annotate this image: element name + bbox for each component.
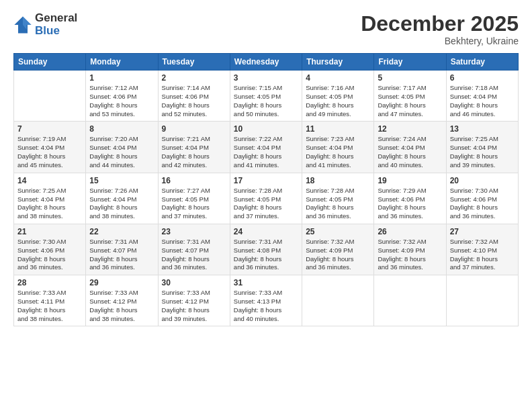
day-number: 8 xyxy=(89,124,154,134)
day-number: 25 xyxy=(306,227,370,236)
calendar-cell: 12Sunrise: 7:24 AMSunset: 4:04 PMDayligh… xyxy=(374,122,446,173)
location: Bekhtery, Ukraine xyxy=(361,36,519,46)
day-info: Sunrise: 7:17 AMSunset: 4:05 PMDaylight:… xyxy=(378,84,442,118)
logo-icon xyxy=(13,15,32,34)
col-monday: Monday xyxy=(86,54,158,71)
day-info: Sunrise: 7:27 AMSunset: 4:05 PMDaylight:… xyxy=(162,187,226,221)
col-thursday: Thursday xyxy=(302,54,374,71)
day-number: 3 xyxy=(234,73,298,83)
title-block: December 2025 Bekhtery, Ukraine xyxy=(361,12,519,46)
calendar-cell: 16Sunrise: 7:27 AMSunset: 4:05 PMDayligh… xyxy=(158,173,230,224)
day-number: 7 xyxy=(17,124,82,134)
page: General Blue December 2025 Bekhtery, Ukr… xyxy=(0,0,532,411)
month-title: December 2025 xyxy=(361,12,519,36)
calendar-cell: 23Sunrise: 7:31 AMSunset: 4:07 PMDayligh… xyxy=(158,224,230,275)
day-number: 30 xyxy=(162,278,226,287)
calendar-cell: 13Sunrise: 7:25 AMSunset: 4:04 PMDayligh… xyxy=(446,122,518,173)
col-wednesday: Wednesday xyxy=(230,54,302,71)
day-number: 16 xyxy=(162,176,226,185)
calendar-cell: 8Sunrise: 7:20 AMSunset: 4:04 PMDaylight… xyxy=(86,122,158,173)
day-info: Sunrise: 7:32 AMSunset: 4:10 PMDaylight:… xyxy=(450,238,515,272)
calendar-table: Sunday Monday Tuesday Wednesday Thursday… xyxy=(13,53,519,326)
day-number: 26 xyxy=(378,227,442,236)
col-tuesday: Tuesday xyxy=(158,54,230,71)
day-info: Sunrise: 7:28 AMSunset: 4:05 PMDaylight:… xyxy=(234,187,298,221)
header: General Blue December 2025 Bekhtery, Ukr… xyxy=(13,12,519,46)
day-info: Sunrise: 7:26 AMSunset: 4:04 PMDaylight:… xyxy=(89,187,154,221)
day-info: Sunrise: 7:33 AMSunset: 4:12 PMDaylight:… xyxy=(162,289,226,323)
calendar-cell: 2Sunrise: 7:14 AMSunset: 4:06 PMDaylight… xyxy=(158,71,230,122)
day-info: Sunrise: 7:32 AMSunset: 4:09 PMDaylight:… xyxy=(378,238,442,272)
day-number: 20 xyxy=(450,176,515,185)
calendar-cell: 4Sunrise: 7:16 AMSunset: 4:05 PMDaylight… xyxy=(302,71,374,122)
col-friday: Friday xyxy=(374,54,446,71)
day-number: 22 xyxy=(89,227,154,236)
calendar-cell: 14Sunrise: 7:25 AMSunset: 4:04 PMDayligh… xyxy=(14,173,86,224)
day-info: Sunrise: 7:15 AMSunset: 4:05 PMDaylight:… xyxy=(234,84,298,118)
day-number: 17 xyxy=(234,176,298,185)
day-number: 1 xyxy=(89,73,154,83)
calendar-cell: 29Sunrise: 7:33 AMSunset: 4:12 PMDayligh… xyxy=(86,275,158,326)
day-info: Sunrise: 7:18 AMSunset: 4:04 PMDaylight:… xyxy=(450,84,515,118)
calendar-cell: 25Sunrise: 7:32 AMSunset: 4:09 PMDayligh… xyxy=(302,224,374,275)
day-number: 12 xyxy=(378,124,442,134)
calendar-cell: 5Sunrise: 7:17 AMSunset: 4:05 PMDaylight… xyxy=(374,71,446,122)
day-number: 19 xyxy=(378,176,442,185)
calendar-body: 1Sunrise: 7:12 AMSunset: 4:06 PMDaylight… xyxy=(14,71,519,326)
day-info: Sunrise: 7:31 AMSunset: 4:07 PMDaylight:… xyxy=(162,238,226,272)
calendar-cell: 18Sunrise: 7:28 AMSunset: 4:05 PMDayligh… xyxy=(302,173,374,224)
calendar-cell: 26Sunrise: 7:32 AMSunset: 4:09 PMDayligh… xyxy=(374,224,446,275)
day-number: 14 xyxy=(17,176,82,185)
day-number: 11 xyxy=(306,124,370,134)
day-info: Sunrise: 7:28 AMSunset: 4:05 PMDaylight:… xyxy=(306,187,370,221)
day-info: Sunrise: 7:16 AMSunset: 4:05 PMDaylight:… xyxy=(306,84,370,118)
day-info: Sunrise: 7:24 AMSunset: 4:04 PMDaylight:… xyxy=(378,135,442,169)
day-info: Sunrise: 7:33 AMSunset: 4:12 PMDaylight:… xyxy=(89,289,154,323)
day-number: 4 xyxy=(306,73,370,83)
day-info: Sunrise: 7:30 AMSunset: 4:06 PMDaylight:… xyxy=(450,187,515,221)
day-number: 10 xyxy=(234,124,298,134)
calendar-cell: 21Sunrise: 7:30 AMSunset: 4:06 PMDayligh… xyxy=(14,224,86,275)
calendar-cell xyxy=(374,275,446,326)
calendar-week-2: 7Sunrise: 7:19 AMSunset: 4:04 PMDaylight… xyxy=(14,122,519,173)
calendar-cell: 7Sunrise: 7:19 AMSunset: 4:04 PMDaylight… xyxy=(14,122,86,173)
calendar-cell: 22Sunrise: 7:31 AMSunset: 4:07 PMDayligh… xyxy=(86,224,158,275)
calendar-cell: 10Sunrise: 7:22 AMSunset: 4:04 PMDayligh… xyxy=(230,122,302,173)
calendar-cell: 15Sunrise: 7:26 AMSunset: 4:04 PMDayligh… xyxy=(86,173,158,224)
calendar-cell: 11Sunrise: 7:23 AMSunset: 4:04 PMDayligh… xyxy=(302,122,374,173)
logo: General Blue xyxy=(13,12,77,37)
calendar-cell: 30Sunrise: 7:33 AMSunset: 4:12 PMDayligh… xyxy=(158,275,230,326)
calendar-week-1: 1Sunrise: 7:12 AMSunset: 4:06 PMDaylight… xyxy=(14,71,519,122)
day-number: 27 xyxy=(450,227,515,236)
logo-blue-text: Blue xyxy=(35,25,77,38)
calendar-cell: 28Sunrise: 7:33 AMSunset: 4:11 PMDayligh… xyxy=(14,275,86,326)
col-saturday: Saturday xyxy=(446,54,518,71)
day-info: Sunrise: 7:25 AMSunset: 4:04 PMDaylight:… xyxy=(450,135,515,169)
logo-text: General Blue xyxy=(35,12,77,37)
day-number: 2 xyxy=(162,73,226,83)
calendar-cell xyxy=(446,275,518,326)
day-info: Sunrise: 7:21 AMSunset: 4:04 PMDaylight:… xyxy=(162,135,226,169)
calendar-week-3: 14Sunrise: 7:25 AMSunset: 4:04 PMDayligh… xyxy=(14,173,519,224)
day-info: Sunrise: 7:30 AMSunset: 4:06 PMDaylight:… xyxy=(17,238,82,272)
day-number: 18 xyxy=(306,176,370,185)
day-info: Sunrise: 7:29 AMSunset: 4:06 PMDaylight:… xyxy=(378,187,442,221)
day-number: 15 xyxy=(89,176,154,185)
calendar-cell: 27Sunrise: 7:32 AMSunset: 4:10 PMDayligh… xyxy=(446,224,518,275)
day-info: Sunrise: 7:33 AMSunset: 4:13 PMDaylight:… xyxy=(234,289,298,323)
day-info: Sunrise: 7:31 AMSunset: 4:08 PMDaylight:… xyxy=(234,238,298,272)
day-info: Sunrise: 7:20 AMSunset: 4:04 PMDaylight:… xyxy=(89,135,154,169)
day-number: 21 xyxy=(17,227,82,236)
calendar-cell: 17Sunrise: 7:28 AMSunset: 4:05 PMDayligh… xyxy=(230,173,302,224)
day-info: Sunrise: 7:23 AMSunset: 4:04 PMDaylight:… xyxy=(306,135,370,169)
logo-general-text: General xyxy=(35,12,77,25)
day-number: 6 xyxy=(450,73,515,83)
calendar-cell: 6Sunrise: 7:18 AMSunset: 4:04 PMDaylight… xyxy=(446,71,518,122)
day-info: Sunrise: 7:19 AMSunset: 4:04 PMDaylight:… xyxy=(17,135,82,169)
day-info: Sunrise: 7:32 AMSunset: 4:09 PMDaylight:… xyxy=(306,238,370,272)
calendar-cell: 19Sunrise: 7:29 AMSunset: 4:06 PMDayligh… xyxy=(374,173,446,224)
calendar-cell xyxy=(14,71,86,122)
calendar-cell: 31Sunrise: 7:33 AMSunset: 4:13 PMDayligh… xyxy=(230,275,302,326)
day-info: Sunrise: 7:14 AMSunset: 4:06 PMDaylight:… xyxy=(162,84,226,118)
calendar-cell: 20Sunrise: 7:30 AMSunset: 4:06 PMDayligh… xyxy=(446,173,518,224)
